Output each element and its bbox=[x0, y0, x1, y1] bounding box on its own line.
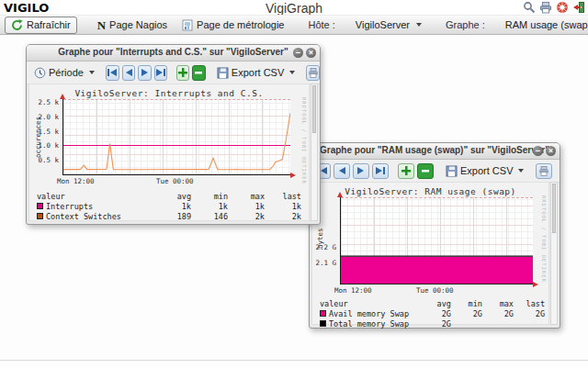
zoom-in-button[interactable] bbox=[398, 163, 414, 179]
metrology-label: Page de métrologie bbox=[197, 19, 284, 30]
print-graph-icon[interactable] bbox=[306, 65, 320, 81]
refresh-icon bbox=[11, 19, 23, 31]
legend-row: Total memory Swap2G bbox=[320, 318, 545, 329]
print-icon[interactable] bbox=[539, 1, 552, 14]
x-axis-arrow bbox=[290, 173, 296, 178]
save-icon bbox=[446, 165, 458, 177]
ram-series-svg bbox=[341, 197, 533, 284]
next-period-button[interactable] bbox=[353, 163, 369, 179]
export-csv-label: Export CSV bbox=[232, 67, 284, 78]
close-icon[interactable]: × bbox=[306, 48, 316, 58]
save-icon bbox=[217, 67, 229, 79]
export-csv-button[interactable]: Export CSV bbox=[214, 66, 298, 80]
vigigraph-app: VIGILO VigiGraph Rafraîchir N Page Nagi bbox=[0, 0, 588, 368]
metrology-page-button[interactable]: Page de métrologie bbox=[176, 17, 289, 33]
legend-color-swatch bbox=[37, 213, 43, 219]
window-title: Graphe pour "RAM usage (swap)" sur "Vigi… bbox=[320, 145, 549, 155]
chevron-down-icon bbox=[89, 71, 95, 74]
chart-legend: valeuravgminmaxlastAvail memory Swap2G2G… bbox=[320, 298, 545, 329]
last-period-button[interactable] bbox=[154, 65, 168, 81]
minimize-icon[interactable]: − bbox=[293, 48, 303, 58]
legend-header: valeuravgminmaxlast bbox=[37, 191, 305, 201]
minimize-icon[interactable]: − bbox=[533, 146, 543, 156]
window-title: Graphe pour "Interrupts and C.S." sur "V… bbox=[58, 47, 288, 57]
x-tick-label: Tue 00:00 bbox=[416, 286, 454, 295]
legend-series-name: Avail memory Swap bbox=[320, 309, 420, 318]
chevron-down-icon bbox=[518, 169, 524, 173]
y-tick-label: 2.0 k bbox=[38, 113, 59, 121]
next-period-button[interactable] bbox=[138, 65, 152, 81]
previous-period-button[interactable] bbox=[334, 163, 350, 179]
zoom-in-button[interactable] bbox=[176, 65, 190, 81]
x-ticks: Mon 12:00Tue 00:00 bbox=[62, 177, 290, 186]
legend-row: Interrupts1k1k1k1k bbox=[37, 201, 305, 211]
window-toolbar: Export CSV bbox=[310, 160, 560, 183]
periode-dropdown[interactable]: Période bbox=[31, 66, 97, 80]
window-scrollbar[interactable] bbox=[311, 84, 318, 221]
legend-row: Avail memory Swap2G2G2G2G bbox=[320, 308, 545, 318]
last-period-button[interactable] bbox=[372, 163, 389, 179]
interrupts-chart: VigiloServer: Interrupts and C.S. occure… bbox=[28, 84, 310, 221]
host-value: VigiloServer bbox=[356, 19, 410, 30]
graph-value: RAM usage (swap) bbox=[505, 19, 588, 30]
ram-chart: VigiloServer: RAM usage (swap) bytes 2.2… bbox=[311, 182, 549, 325]
export-csv-button[interactable]: Export CSV bbox=[443, 164, 526, 178]
interrupts-series-svg bbox=[63, 99, 290, 174]
export-csv-label: Export CSV bbox=[460, 165, 513, 176]
periode-label: Période bbox=[49, 67, 84, 78]
x-ticks: Mon 12:00Tue 00:00 bbox=[340, 286, 533, 296]
plot-area bbox=[340, 197, 533, 284]
legend-series-name: Total memory Swap bbox=[320, 319, 420, 329]
graph-label: Graphe : bbox=[446, 19, 485, 30]
page-title: VigiGraph bbox=[0, 1, 588, 16]
host-label: Hôte : bbox=[308, 19, 334, 30]
plot-area bbox=[62, 99, 290, 175]
clock-icon bbox=[34, 67, 46, 79]
legend-series-name: Context Switches bbox=[37, 212, 154, 221]
window-ram-usage: Graphe pour "RAM usage (swap)" sur "Vigi… bbox=[309, 142, 560, 329]
window-titlebar[interactable]: Graphe pour "Interrupts and C.S." sur "V… bbox=[27, 45, 320, 61]
chevron-down-icon bbox=[289, 71, 295, 74]
legend-row: Context Switches1891462k2k bbox=[37, 211, 305, 221]
graph-dropdown[interactable]: RAM usage (swap) bbox=[500, 17, 588, 32]
window-titlebar[interactable]: Graphe pour "RAM usage (swap)" sur "Vigi… bbox=[310, 143, 560, 160]
y-tick-label: 2.2 G bbox=[315, 243, 336, 251]
y-tick-label: 2.5 k bbox=[38, 98, 59, 106]
refresh-button[interactable]: Rafraîchir bbox=[5, 17, 77, 34]
page-bottom-divider bbox=[0, 360, 588, 361]
window-interrupts: Graphe pour "Interrupts and C.S." sur "V… bbox=[26, 44, 321, 225]
zoom-out-button[interactable] bbox=[192, 65, 206, 81]
y-tick-label: 1.0 k bbox=[38, 141, 59, 150]
metrology-page-icon bbox=[182, 19, 193, 31]
print-graph-icon[interactable] bbox=[536, 163, 552, 179]
window-toolbar: Période Export CSV bbox=[27, 61, 320, 84]
rrdtool-watermark: RRDTOOL / TOBI OETIKER bbox=[541, 195, 547, 283]
help-icon[interactable] bbox=[556, 1, 569, 14]
chart-title: VigiloServer: RAM usage (swap) bbox=[312, 186, 548, 196]
y-tick-label: 1.5 k bbox=[38, 128, 59, 136]
window-scrollbar[interactable] bbox=[550, 182, 558, 325]
first-period-button[interactable] bbox=[106, 65, 119, 81]
x-axis-arrow bbox=[533, 282, 538, 287]
y-tick-label: 2.1 G bbox=[315, 259, 336, 267]
legend-color-swatch bbox=[320, 320, 326, 327]
chart-legend: valeuravgminmaxlastInterrupts1k1k1k1kCon… bbox=[37, 191, 305, 221]
search-icon[interactable] bbox=[523, 1, 536, 14]
x-tick-label: Mon 12:00 bbox=[57, 177, 95, 185]
previous-period-button[interactable] bbox=[122, 65, 136, 81]
nagios-page-button[interactable]: N Page Nagios bbox=[92, 17, 173, 32]
host-dropdown[interactable]: VigiloServer bbox=[350, 17, 427, 32]
close-icon[interactable]: × bbox=[546, 146, 556, 156]
series-context-switches bbox=[63, 113, 290, 170]
y-ticks: 0.5 k1.0 k1.5 k2.0 k2.5 k bbox=[29, 99, 62, 174]
rrdtool-watermark: RRDTOOL / TOBI OETIKER bbox=[301, 97, 307, 184]
x-tick-label: Tue 00:00 bbox=[156, 177, 194, 185]
legend-color-swatch bbox=[37, 203, 43, 209]
logout-icon[interactable] bbox=[572, 1, 585, 14]
page-header: VIGILO VigiGraph bbox=[0, 0, 588, 15]
nagios-label: Page Nagios bbox=[109, 19, 167, 30]
header-icons bbox=[523, 1, 585, 14]
nagios-icon: N bbox=[97, 20, 106, 30]
zoom-out-button[interactable] bbox=[417, 163, 434, 179]
legend-header: valeuravgminmaxlast bbox=[320, 298, 545, 308]
